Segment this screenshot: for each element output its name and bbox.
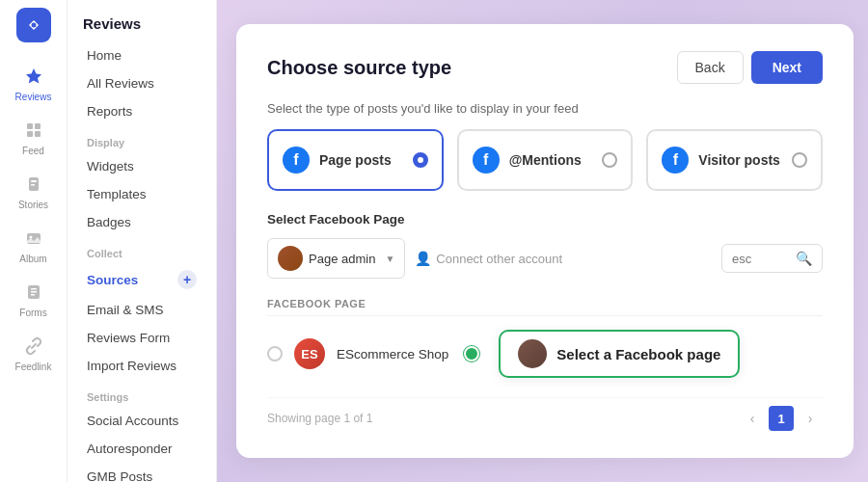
mentions-label: @Mentions xyxy=(509,152,582,168)
facebook-icon-page-posts: f xyxy=(283,147,310,174)
svg-point-0 xyxy=(31,23,36,28)
sidebar-title: Reviews xyxy=(68,0,216,41)
sidebar-item-all-reviews[interactable]: All Reviews xyxy=(68,69,216,97)
sidebar-icon-reviews[interactable]: Reviews xyxy=(0,56,67,110)
brand-logo xyxy=(16,8,51,42)
pagination-row: Showing page 1 of 1 ‹ 1 › xyxy=(267,397,823,431)
search-input[interactable] xyxy=(732,252,790,266)
sidebar-icon-album[interactable]: Album xyxy=(0,218,67,272)
tooltip-avatar xyxy=(518,339,547,368)
svg-rect-5 xyxy=(35,131,41,137)
sidebar-item-badges[interactable]: Badges xyxy=(68,208,216,236)
svg-rect-3 xyxy=(35,123,41,129)
sidebar-sources-row: Sources + xyxy=(68,263,216,296)
person-icon: 👤 xyxy=(415,251,431,266)
search-icon: 🔍 xyxy=(796,251,812,266)
sidebar-item-social-accounts[interactable]: Social Accounts xyxy=(68,407,216,435)
sidebar-icon-stories[interactable]: Stories xyxy=(0,164,67,218)
svg-rect-7 xyxy=(31,180,37,182)
forms-icon-label: Forms xyxy=(19,308,46,318)
select-fb-page-button[interactable]: Select a Facebook page xyxy=(499,330,740,378)
header-buttons: Back Next xyxy=(677,51,823,84)
feedlink-icon-label: Feedlink xyxy=(15,362,52,372)
row-name: EScommerce Shop xyxy=(337,347,448,362)
sidebar-item-reviews-form[interactable]: Reviews Form xyxy=(68,324,216,352)
mentions-radio[interactable] xyxy=(602,152,617,168)
sidebar-item-sources[interactable]: Sources xyxy=(87,273,138,287)
sidebar-icon-feed[interactable]: Feed xyxy=(0,110,67,164)
pagination-controls: ‹ 1 › xyxy=(740,406,823,431)
page-admin-select[interactable]: Page admin ▼ xyxy=(267,238,405,279)
prev-page-button[interactable]: ‹ xyxy=(740,406,765,431)
select-fb-page-label: Select Facebook Page xyxy=(267,212,823,227)
visitor-posts-radio[interactable] xyxy=(792,152,807,168)
sidebar-item-home[interactable]: Home xyxy=(68,41,216,69)
display-section-label: Display xyxy=(68,125,216,152)
sidebar-item-gmb-posts[interactable]: GMB Posts xyxy=(68,463,216,482)
album-icon-label: Album xyxy=(19,254,46,264)
facebook-icon-mentions: f xyxy=(473,147,500,174)
post-option-page-posts[interactable]: f Page posts xyxy=(267,129,444,191)
sidebar-item-widgets[interactable]: Widgets xyxy=(68,152,216,180)
sidebar-item-templates[interactable]: Templates xyxy=(68,180,216,208)
sidebar-item-reports[interactable]: Reports xyxy=(68,97,216,125)
post-option-mentions[interactable]: f @Mentions xyxy=(457,129,634,191)
svg-rect-12 xyxy=(31,288,37,290)
svg-marker-1 xyxy=(26,68,41,84)
sidebar-item-autoresponder[interactable]: Autoresponder xyxy=(68,435,216,463)
post-option-visitor-posts[interactable]: f Visitor posts xyxy=(646,129,823,191)
sidebar: Reviews Feed Stories xyxy=(0,0,217,482)
svg-rect-14 xyxy=(31,294,35,296)
sidebar-icon-forms[interactable]: Forms xyxy=(0,272,67,326)
text-sidebar: Reviews Home All Reviews Reports Display… xyxy=(68,0,217,482)
connect-other-account-link[interactable]: 👤 Connect other account xyxy=(415,251,712,266)
card-subtitle: Select the type of posts you'd like to d… xyxy=(267,101,823,116)
facebook-icon-visitor: f xyxy=(662,147,689,174)
svg-rect-2 xyxy=(27,123,33,129)
back-button[interactable]: Back xyxy=(677,51,744,84)
es-avatar: ES xyxy=(294,338,325,369)
settings-section-label: Settings xyxy=(68,380,216,407)
dropdown-arrow-icon: ▼ xyxy=(385,254,394,264)
page-posts-radio[interactable] xyxy=(413,152,428,168)
card-title: Choose source type xyxy=(267,57,451,79)
choose-source-card: Choose source type Back Next Select the … xyxy=(236,24,854,458)
search-box: 🔍 xyxy=(721,244,823,273)
page-posts-label: Page posts xyxy=(319,152,392,168)
table-row: ES EScommerce Shop Select a Facebook pag… xyxy=(267,320,823,388)
row-radio[interactable] xyxy=(267,346,283,362)
next-button[interactable]: Next xyxy=(751,51,823,84)
main-content: Choose source type Back Next Select the … xyxy=(217,0,868,482)
svg-rect-4 xyxy=(27,131,33,137)
card-header: Choose source type Back Next xyxy=(267,51,823,84)
post-type-options: f Page posts f @Mentions f Visitor posts xyxy=(267,129,823,191)
stories-icon-label: Stories xyxy=(18,200,48,210)
next-page-button[interactable]: › xyxy=(798,406,823,431)
sidebar-item-import-reviews[interactable]: Import Reviews xyxy=(68,352,216,380)
sidebar-item-email-sms[interactable]: Email & SMS xyxy=(68,296,216,324)
showing-text: Showing page 1 of 1 xyxy=(267,412,372,425)
connect-link-text: Connect other account xyxy=(436,252,562,266)
page-admin-label: Page admin xyxy=(309,252,375,266)
page-admin-avatar xyxy=(278,246,303,271)
fb-page-controls: Page admin ▼ 👤 Connect other account 🔍 xyxy=(267,238,823,279)
visitor-posts-label: Visitor posts xyxy=(698,152,780,168)
feed-icon-label: Feed xyxy=(22,146,44,156)
fb-table-header: FACEBOOK PAGE xyxy=(267,292,823,316)
icon-sidebar: Reviews Feed Stories xyxy=(0,0,68,482)
connected-indicator xyxy=(464,346,479,362)
svg-rect-13 xyxy=(31,291,37,293)
current-page[interactable]: 1 xyxy=(769,406,794,431)
svg-rect-8 xyxy=(31,184,35,186)
add-source-button[interactable]: + xyxy=(177,270,197,289)
collect-section-label: Collect xyxy=(68,236,216,263)
select-fb-page-label: Select a Facebook page xyxy=(556,346,720,362)
sidebar-icon-feedlink[interactable]: Feedlink xyxy=(0,326,67,380)
reviews-icon-label: Reviews xyxy=(15,92,52,102)
